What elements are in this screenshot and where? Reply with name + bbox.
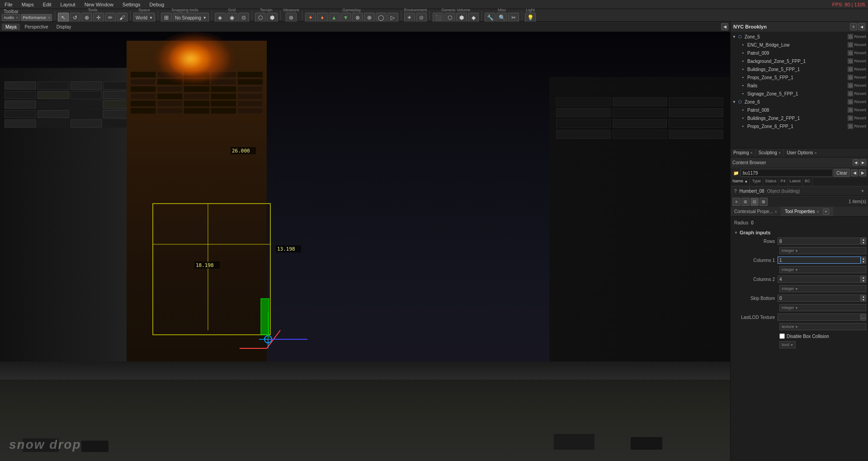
outliner-item[interactable]: ▪ Buildings_Zone_5_FPP_1 □ Revert xyxy=(731,65,868,73)
lastlod-picker-btn[interactable]: … xyxy=(861,314,866,321)
gameplay-btn-6[interactable]: ⊕ xyxy=(364,13,375,23)
gameplay-btn-8[interactable]: ▷ xyxy=(387,13,398,23)
columns2-input[interactable] xyxy=(778,276,861,283)
revert-btn[interactable]: Revert xyxy=(854,108,866,112)
cb-col-type[interactable]: Type xyxy=(750,178,763,186)
gameplay-btn-3[interactable]: ▲ xyxy=(329,13,340,23)
cb-nav-right-btn[interactable]: ▶ xyxy=(859,169,866,176)
sculpting-tab[interactable]: Sculpting × xyxy=(756,148,784,157)
light-btn-1[interactable]: 💡 xyxy=(525,13,536,23)
tab-tool-properties[interactable]: Tool Properties × + xyxy=(781,207,833,216)
cb-col-p4[interactable]: P4 xyxy=(778,178,788,186)
no-snapping-dropdown[interactable]: No Snapping ▼ xyxy=(173,13,209,23)
view-list-btn[interactable]: ≡ xyxy=(732,198,741,206)
graph-inputs-section[interactable]: ▼ Graph inputs xyxy=(732,228,866,237)
vol-btn-1[interactable]: ⬛ xyxy=(433,13,443,23)
revert-btn[interactable]: Revert xyxy=(854,83,866,88)
view-grid-btn[interactable]: ⊟ xyxy=(750,198,759,206)
revert-btn[interactable]: Revert xyxy=(854,124,866,128)
revert-btn[interactable]: Revert xyxy=(854,67,866,71)
revert-btn[interactable]: Revert xyxy=(854,116,866,120)
grid-btn-1[interactable]: ◈ xyxy=(215,13,226,23)
cb-collapse-btn[interactable]: ◀ xyxy=(853,159,859,166)
sculpting-close-icon[interactable]: × xyxy=(778,151,781,155)
cb-search-input[interactable] xyxy=(741,169,833,177)
gameplay-btn-1[interactable]: ✦ xyxy=(305,13,316,23)
revert-btn[interactable]: Revert xyxy=(854,75,866,80)
world-dropdown[interactable]: World ▼ xyxy=(133,13,155,23)
columns1-input[interactable] xyxy=(778,257,861,264)
env-btn-2[interactable]: ⊘ xyxy=(416,13,427,23)
outliner-item[interactable]: ▪ Rails □ Revert xyxy=(731,81,868,90)
outliner-item[interactable]: ▪ ENC_M_Bridge_Low □ Revert xyxy=(731,41,868,49)
tab-contextual-prope[interactable]: Contextual Prope... × xyxy=(731,207,781,216)
cb-col-name[interactable]: Name ▲ xyxy=(731,178,750,186)
toolbar-tab[interactable]: Audio × xyxy=(2,14,20,21)
cb-col-status[interactable]: Status xyxy=(763,178,779,186)
env-btn-1[interactable]: ☀ xyxy=(404,13,415,23)
cb-nav-left-btn[interactable]: ◀ xyxy=(851,169,858,176)
cb-expand-btn[interactable]: ▶ xyxy=(860,159,866,166)
lastlod-input[interactable] xyxy=(778,314,861,321)
skip-bottom-input[interactable] xyxy=(778,295,861,302)
revert-btn[interactable]: Revert xyxy=(854,91,866,96)
vol-btn-4[interactable]: ◆ xyxy=(468,13,479,23)
rotate-tool-btn[interactable]: ↺ xyxy=(70,13,80,23)
misc-btn-2[interactable]: 🔍 xyxy=(496,13,507,23)
move-tool-btn[interactable]: ✛ xyxy=(93,13,104,23)
revert-btn[interactable]: Revert xyxy=(854,43,866,47)
rows-input[interactable] xyxy=(778,238,861,245)
grid-btn-3[interactable]: ⊙ xyxy=(238,13,249,23)
terrain-btn-2[interactable]: ⬢ xyxy=(267,13,278,23)
outliner-item[interactable]: ▪ Props_Zone_5_FPP_1 □ Revert xyxy=(731,73,868,81)
cb-col-bc[interactable]: BC xyxy=(803,178,813,186)
outliner-item[interactable]: ▪ Patrol_009 □ Revert xyxy=(731,49,868,57)
revert-btn[interactable]: Revert xyxy=(854,59,866,63)
cb-col-latest[interactable]: Latest xyxy=(788,178,803,186)
cb-clear-btn[interactable]: Clear xyxy=(834,169,850,177)
viewport[interactable]: 26.000 13.198 18.198 xyxy=(0,32,730,461)
terrain-btn-1[interactable]: ⬡ xyxy=(255,13,266,23)
performance-tab[interactable]: Performance × xyxy=(21,14,52,21)
gameplay-btn-7[interactable]: ◯ xyxy=(376,13,387,23)
cb-result-row[interactable]: ? Humbert_08 Object (building) ▼ xyxy=(731,186,868,195)
view-grid-small-btn[interactable]: ⊞ xyxy=(741,198,750,206)
select-tool-btn[interactable]: ↖ xyxy=(58,13,69,23)
columns2-spinner[interactable]: ▲▼ xyxy=(861,276,866,283)
gameplay-btn-5[interactable]: ⊗ xyxy=(352,13,363,23)
user-options-close-icon[interactable]: × xyxy=(815,151,817,155)
menu-maps[interactable]: Maps xyxy=(20,1,36,8)
misc-btn-1[interactable]: 🔧 xyxy=(485,13,495,23)
cb-result-dropdown[interactable]: ▼ xyxy=(861,189,864,193)
menu-settings[interactable]: Settings xyxy=(121,1,142,8)
tab-perspective[interactable]: Perspective xyxy=(21,24,52,30)
scale-tool-btn[interactable]: ⊕ xyxy=(81,13,92,23)
view-large-btn[interactable]: ⊠ xyxy=(760,198,768,206)
disable-box-collision-checkbox[interactable] xyxy=(779,333,785,339)
close-icon[interactable]: × xyxy=(48,15,50,20)
vol-btn-2[interactable]: ⬡ xyxy=(444,13,455,23)
proping-tab[interactable]: Proping × xyxy=(731,148,756,157)
gameplay-btn-2[interactable]: ♦ xyxy=(317,13,328,23)
proping-close-icon[interactable]: × xyxy=(750,151,752,155)
outliner-item[interactable]: ▼ ⬡ Zone_6 □ Revert xyxy=(731,98,868,106)
brush-tool-btn[interactable]: ✏ xyxy=(105,13,116,23)
paint-tool-btn[interactable]: 🖌 xyxy=(117,13,127,23)
contextual-close-icon[interactable]: × xyxy=(775,209,777,214)
rows-spinner[interactable]: ▲▼ xyxy=(861,238,866,245)
gameplay-btn-4[interactable]: ▼ xyxy=(340,13,351,23)
tab-maya[interactable]: Maya xyxy=(2,24,20,30)
columns1-spinner[interactable]: ▲▼ xyxy=(861,257,866,264)
grid-btn-2[interactable]: ◉ xyxy=(226,13,237,23)
menu-layout[interactable]: Layout xyxy=(59,1,77,8)
tab-display[interactable]: Display xyxy=(53,24,75,30)
user-options-tab[interactable]: User Options × xyxy=(784,148,820,157)
viewport-collapse-btn[interactable]: ◀ xyxy=(721,23,728,30)
menu-file[interactable]: File xyxy=(3,1,14,8)
revert-btn[interactable]: Revert xyxy=(854,51,866,55)
vol-btn-3[interactable]: ⬢ xyxy=(456,13,467,23)
snapping-icon-btn[interactable]: ⊞ xyxy=(161,13,172,23)
misc-btn-3[interactable]: ✂ xyxy=(508,13,519,23)
revert-btn[interactable]: Revert xyxy=(854,100,866,104)
measure-btn[interactable]: ⊛ xyxy=(286,13,297,23)
